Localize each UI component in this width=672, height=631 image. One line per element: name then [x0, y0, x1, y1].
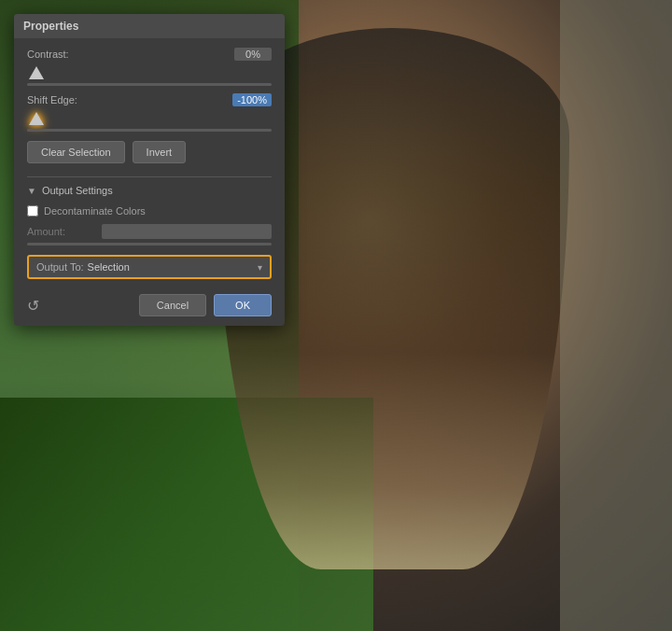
- decontaminate-checkbox[interactable]: [27, 205, 38, 217]
- ok-button[interactable]: OK: [214, 294, 272, 316]
- output-to-select[interactable]: Selection Layer Mask New Layer New Layer…: [84, 261, 258, 273]
- contrast-label: Contrast:: [27, 49, 102, 60]
- panel-title: Properties: [14, 14, 285, 38]
- output-settings-label: Output Settings: [42, 185, 113, 196]
- output-to-label: Output To:: [36, 261, 84, 273]
- amount-label: Amount:: [27, 226, 102, 237]
- output-to-row: Output To: Selection Layer Mask New Laye…: [27, 255, 272, 279]
- shift-edge-slider-container: [27, 112, 272, 132]
- contrast-value: 0%: [234, 48, 272, 61]
- output-settings-chevron: ▼: [27, 186, 36, 196]
- contrast-slider-track[interactable]: [27, 83, 272, 86]
- amount-row: Amount:: [27, 224, 272, 239]
- amount-field: [102, 224, 272, 239]
- action-buttons-row: Clear Selection Invert: [27, 141, 272, 163]
- shift-edge-slider-thumb[interactable]: [29, 112, 44, 125]
- shift-edge-label: Shift Edge:: [27, 94, 102, 105]
- shift-edge-slider-track[interactable]: [27, 129, 272, 132]
- output-to-select-wrapper: Selection Layer Mask New Layer New Layer…: [84, 261, 262, 273]
- cancel-button[interactable]: Cancel: [139, 294, 206, 316]
- footer-row: ↺ Cancel OK: [27, 288, 272, 316]
- footer-buttons: Cancel OK: [139, 294, 272, 316]
- background-overlay: [560, 0, 672, 631]
- output-settings-header[interactable]: ▼ Output Settings: [27, 185, 272, 196]
- clear-selection-button[interactable]: Clear Selection: [27, 141, 125, 163]
- invert-button[interactable]: Invert: [133, 141, 187, 163]
- panel-body: Contrast: 0% Shift Edge: -100%: [14, 38, 285, 326]
- decontaminate-label: Decontaminate Colors: [44, 205, 146, 217]
- decontaminate-row: Decontaminate Colors: [27, 205, 272, 217]
- contrast-slider-container: [27, 66, 272, 86]
- shift-edge-row: Shift Edge: -100%: [27, 93, 272, 106]
- contrast-row: Contrast: 0%: [27, 48, 272, 61]
- divider-1: [27, 176, 272, 177]
- output-to-dropdown-arrow: ▾: [258, 262, 262, 273]
- contrast-slider-thumb[interactable]: [29, 66, 44, 79]
- shift-edge-value: -100%: [232, 93, 272, 106]
- amount-slider-track[interactable]: [27, 243, 272, 245]
- properties-panel: Properties Contrast: 0% Shift Edge: -100…: [14, 14, 285, 326]
- reset-button[interactable]: ↺: [27, 297, 39, 315]
